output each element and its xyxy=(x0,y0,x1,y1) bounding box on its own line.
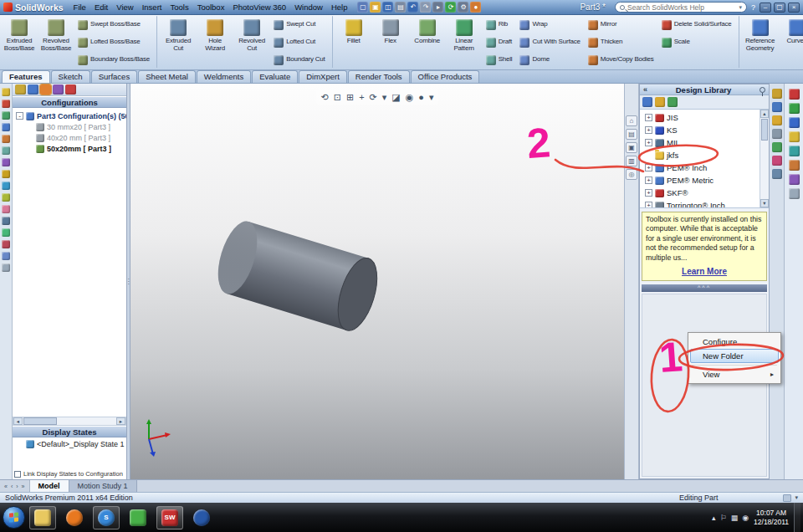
tree-display-icon[interactable]: ▤ xyxy=(626,129,637,140)
zoom-fit-icon[interactable]: ⊡ xyxy=(334,91,341,103)
collapse-chevrons-icon[interactable]: « xyxy=(643,85,647,94)
add-to-library-icon[interactable] xyxy=(642,97,652,107)
scroll-up-button[interactable]: ▴ xyxy=(760,110,769,118)
search-tab[interactable] xyxy=(772,129,782,139)
boundary-cut-button[interactable]: Boundary Cut xyxy=(271,51,329,69)
side-tool-icon[interactable] xyxy=(2,217,10,225)
appearances-tab[interactable] xyxy=(772,156,782,166)
flex-button[interactable]: Flex xyxy=(373,16,408,69)
delete-solid-surface-button[interactable]: Delete Solid/Surface xyxy=(659,16,735,33)
collapse-band[interactable]: ^^^ xyxy=(642,284,767,292)
tab-sheet-metal[interactable]: Sheet Metal xyxy=(138,70,196,83)
group-separator[interactable] xyxy=(739,16,739,68)
search-dropdown-icon[interactable]: ▾ xyxy=(739,4,742,11)
side-tool-icon[interactable] xyxy=(2,88,10,96)
extruded-boss-button[interactable]: Extruded Boss/Base xyxy=(2,16,37,69)
save-icon[interactable]: ◫ xyxy=(382,2,393,13)
tab-sketch[interactable]: Sketch xyxy=(51,70,90,83)
library-item-torrington[interactable]: + Torrington® Inch xyxy=(640,199,760,208)
feature-tree-tab[interactable] xyxy=(15,84,26,95)
expander-icon[interactable]: + xyxy=(645,164,652,171)
side-tool-icon[interactable] xyxy=(2,252,10,260)
scroll-right-button[interactable]: ▸ xyxy=(116,417,125,425)
menu-item[interactable]: Window xyxy=(290,2,327,13)
swept-boss-button[interactable]: Swept Boss/Base xyxy=(75,16,153,33)
menu-configure[interactable]: Configure... xyxy=(690,335,779,349)
draft-button[interactable]: Draft xyxy=(483,33,516,51)
expander-icon[interactable]: + xyxy=(645,139,652,146)
display-state-row[interactable]: <Default>_Display State 1 xyxy=(13,437,126,450)
design-library-tab[interactable] xyxy=(772,102,782,112)
help-button[interactable]: ? xyxy=(748,3,759,12)
swept-cut-button[interactable]: Swept Cut xyxy=(271,16,329,33)
rib-button[interactable]: Rib xyxy=(483,16,516,33)
solidworks-resources-tab[interactable] xyxy=(772,89,782,99)
solidworks-icon[interactable]: SW xyxy=(156,506,183,529)
side-tool-icon[interactable] xyxy=(2,240,10,248)
help-search-box[interactable]: ▾ xyxy=(615,2,747,13)
right-toolbar-icon[interactable] xyxy=(789,89,800,100)
help-pane-tab[interactable] xyxy=(65,84,76,95)
tab-evaluate[interactable]: Evaluate xyxy=(252,70,298,83)
display-manager-tab[interactable] xyxy=(53,84,64,95)
hide-show-icon[interactable]: ◉ xyxy=(406,91,414,103)
menu-item[interactable]: View xyxy=(112,2,137,13)
group-separator[interactable] xyxy=(332,16,333,68)
side-tool-icon[interactable] xyxy=(2,182,10,190)
property-manager-tab[interactable] xyxy=(28,84,38,95)
network-icon[interactable]: ▦ xyxy=(731,514,739,522)
tab-render-tools[interactable]: Render Tools xyxy=(348,70,410,83)
menu-view[interactable]: View ▸ xyxy=(690,367,779,381)
action-center-icon[interactable]: ⚐ xyxy=(720,514,727,522)
volume-icon[interactable]: ◉ xyxy=(742,514,749,522)
tab-office-products[interactable]: Office Products xyxy=(411,70,480,83)
thicken-button[interactable]: Thicken xyxy=(586,33,657,51)
scroll-thumb[interactable] xyxy=(23,417,57,425)
config-50x20mm[interactable]: 50x20mm [ Part3 ] xyxy=(13,143,126,154)
expander-icon[interactable]: + xyxy=(645,114,652,121)
taskbar-clock[interactable]: 10:07 AM 12/18/2011 xyxy=(754,509,789,526)
zoom-area-icon[interactable]: ⊞ xyxy=(346,91,354,103)
compass-app-icon[interactable] xyxy=(188,506,215,529)
curves-button[interactable]: Curves xyxy=(780,16,803,69)
library-item-pem-inch[interactable]: + PEM® Inch xyxy=(640,161,760,174)
learn-more-link[interactable]: Learn More xyxy=(646,267,763,276)
refresh-icon[interactable] xyxy=(667,97,678,107)
options-icon[interactable]: ⚙ xyxy=(458,2,468,13)
search-input[interactable] xyxy=(627,3,736,12)
side-tool-icon[interactable] xyxy=(2,100,10,108)
rebuild-icon[interactable]: ⟳ xyxy=(445,2,456,13)
fillet-button[interactable]: Fillet xyxy=(336,16,371,69)
extruded-cut-button[interactable]: Extruded Cut xyxy=(161,16,196,69)
select-icon[interactable]: ▸ xyxy=(432,2,443,13)
boundary-boss-button[interactable]: Boundary Boss/Base xyxy=(75,51,153,69)
home-icon[interactable]: ⌂ xyxy=(626,115,637,126)
side-tool-icon[interactable] xyxy=(2,135,10,143)
side-tool-icon[interactable] xyxy=(2,170,10,178)
pan-icon[interactable]: + xyxy=(359,91,364,103)
model-tab[interactable]: Model xyxy=(30,480,69,492)
hole-wizard-button[interactable]: Hole Wizard xyxy=(197,16,233,69)
page-view-icon[interactable]: ▥ xyxy=(626,156,637,166)
library-item-pem-metric[interactable]: + PEM® Metric xyxy=(640,174,760,187)
right-toolbar-icon[interactable] xyxy=(789,131,800,142)
side-tool-icon[interactable] xyxy=(2,205,10,213)
right-toolbar-icon[interactable] xyxy=(789,117,800,128)
menu-separator[interactable] xyxy=(692,365,777,366)
right-toolbar-icon[interactable] xyxy=(789,188,800,199)
file-explorer-tab[interactable] xyxy=(772,115,782,125)
shell-button[interactable]: Shell xyxy=(483,51,516,69)
view-orientation-icon[interactable]: ▾ xyxy=(382,91,387,103)
hidden-icons-chevron[interactable]: ▴ xyxy=(712,514,716,522)
library-item-skf[interactable]: + SKF® xyxy=(640,187,760,199)
revolved-boss-button[interactable]: Revolved Boss/Base xyxy=(38,16,74,69)
configuration-manager-tab[interactable] xyxy=(40,84,51,95)
explorer-icon[interactable] xyxy=(29,506,56,529)
side-tool-icon[interactable] xyxy=(2,146,10,155)
lofted-cut-button[interactable]: Lofted Cut xyxy=(271,33,329,51)
appearances-icon[interactable]: ● xyxy=(418,91,424,103)
display-style-icon[interactable]: ◪ xyxy=(391,91,400,103)
next-tab-button[interactable]: › xyxy=(15,483,18,489)
link-display-states-row[interactable]: Link Display States to Configuration xyxy=(13,468,126,479)
view-palette-tab[interactable] xyxy=(772,142,782,152)
